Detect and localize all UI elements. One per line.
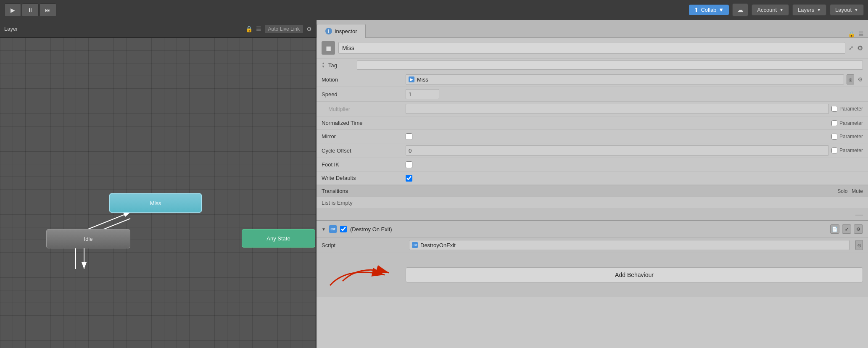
normalized-time-param-checkbox[interactable]	[831, 120, 837, 126]
minus-button[interactable]: —	[855, 211, 863, 218]
inspector-tab[interactable]: i Inspector	[317, 24, 366, 38]
add-behaviour-button[interactable]: Add Behaviour	[406, 267, 863, 282]
inspector-info-icon: i	[325, 28, 332, 34]
panel-title: Layer	[4, 26, 18, 32]
speed-value-container	[406, 89, 863, 99]
play-controls: ▶ ⏸ ⏭	[4, 3, 56, 17]
collab-arrow-icon: ▼	[718, 7, 724, 13]
foot-ik-value-container	[406, 161, 863, 168]
connection-lines	[0, 38, 316, 348]
layers-button[interactable]: Layers ▼	[792, 4, 826, 16]
write-defaults-label: Write Defaults	[322, 175, 406, 181]
tag-arrows-icon: ▲ ▼	[322, 62, 325, 69]
pause-button[interactable]: ⏸	[22, 3, 39, 17]
destroy-enabled-checkbox[interactable]	[340, 226, 347, 232]
write-defaults-value-container	[406, 175, 863, 182]
auto-live-link[interactable]: Auto Live Link	[265, 25, 303, 33]
settings-gear-icon[interactable]: ⚙	[857, 44, 863, 52]
script-name-text: DestroyOnExit	[420, 242, 456, 248]
tag-input[interactable]	[357, 61, 863, 70]
inspector-lock-icon[interactable]: 🔒	[848, 31, 855, 37]
script-cs-icon: C#	[412, 242, 418, 248]
mirror-checkbox[interactable]	[406, 133, 412, 140]
write-defaults-checkbox[interactable]	[406, 175, 412, 182]
collab-label: Collab	[701, 7, 716, 13]
destroy-doc-button[interactable]: 📄	[830, 224, 839, 234]
account-button[interactable]: Account ▼	[752, 4, 789, 16]
destroy-gear-button[interactable]: ⚙	[854, 224, 863, 234]
multiplier-dropdown[interactable]	[406, 104, 829, 114]
cycle-offset-input[interactable]	[406, 145, 829, 156]
collab-button[interactable]: ⬆ Collab ▼	[689, 5, 729, 15]
state-name-input[interactable]	[338, 42, 845, 54]
inspector-header-row: ◼ ⤢ ⚙	[317, 38, 868, 58]
csharp-icon: C#	[329, 225, 337, 233]
foot-ik-label: Foot IK	[322, 161, 406, 168]
state-miss-label: Miss	[150, 200, 161, 206]
state-node-any[interactable]: Any State	[242, 229, 315, 248]
list-empty-row: List is Empty	[317, 197, 868, 209]
state-idle-label: Idle	[84, 236, 93, 242]
destroy-resize-button[interactable]: ⤢	[842, 224, 851, 234]
animator-canvas[interactable]: Miss Idle Any State	[0, 38, 316, 348]
tag-row: ▲ ▼ Tag	[317, 58, 868, 72]
add-behaviour-label: Add Behaviour	[615, 272, 654, 278]
script-label: Script	[322, 242, 406, 248]
mirror-param-checkbox[interactable]	[831, 134, 837, 140]
panel-settings-icon[interactable]: ⚙	[306, 26, 312, 32]
speed-input[interactable]	[406, 89, 439, 99]
inspector-panel: i Inspector 🔒 ☰ ◼ ⤢ ⚙ ▲	[317, 20, 868, 348]
add-behaviour-container: Add Behaviour	[317, 253, 868, 297]
write-defaults-row: Write Defaults	[317, 171, 868, 185]
mute-label: Mute	[852, 188, 863, 194]
play-button[interactable]: ▶	[4, 3, 21, 17]
motion-label: Motion	[322, 76, 406, 83]
motion-value-text: Miss	[417, 76, 428, 83]
toolbar-right: ⬆ Collab ▼ ☁ Account ▼ Layers ▼ Layout ▼	[689, 3, 864, 16]
inspector-tab-label: Inspector	[335, 28, 357, 34]
multiplier-param-checkbox[interactable]	[831, 106, 837, 112]
motion-settings-icon[interactable]: ⚙	[857, 76, 863, 83]
state-icon-box: ◼	[322, 41, 335, 55]
toolbar: ▶ ⏸ ⏭ ⬆ Collab ▼ ☁ Account ▼ Layers ▼ La…	[0, 0, 868, 20]
svg-line-1	[88, 212, 130, 229]
multiplier-value-container: Parameter	[406, 104, 863, 114]
layers-arrow-icon: ▼	[817, 8, 821, 12]
layout-label: Layout	[835, 7, 852, 13]
script-value[interactable]: C# DestroyOnExit	[409, 240, 850, 250]
layout-button[interactable]: Layout ▼	[830, 4, 864, 16]
layout-arrow-icon: ▼	[854, 8, 858, 12]
solo-mute-labels: Solo Mute	[837, 188, 863, 194]
destroy-on-exit-section: ▼ C# (Destroy On Exit) 📄 ⤢ ⚙ Script C#	[317, 220, 868, 297]
resize-icon[interactable]: ⤢	[849, 45, 854, 51]
state-node-miss[interactable]: Miss	[109, 193, 202, 213]
step-button[interactable]: ⏭	[40, 3, 56, 17]
motion-pick-button[interactable]: ◎	[847, 74, 854, 84]
motion-row: Motion ▶ Miss ◎ ⚙	[317, 72, 868, 87]
solo-label: Solo	[837, 188, 847, 194]
motion-input[interactable]: ▶ Miss	[406, 74, 844, 84]
layers-label: Layers	[798, 7, 814, 13]
mirror-param-label: Parameter	[839, 134, 863, 140]
cloud-button[interactable]: ☁	[732, 3, 748, 16]
foot-ik-checkbox[interactable]	[406, 161, 412, 168]
cycle-offset-row: Cycle Offset Parameter	[317, 143, 868, 158]
normalized-time-row: Normalized Time Parameter	[317, 116, 868, 130]
normalized-time-param-label: Parameter	[839, 120, 863, 126]
foot-ik-row: Foot IK	[317, 158, 868, 171]
inspector-menu-icon[interactable]: ☰	[858, 31, 864, 37]
list-empty-text: List is Empty	[322, 200, 353, 206]
script-pick-button[interactable]: ◎	[855, 240, 863, 250]
mirror-row: Mirror Parameter	[317, 130, 868, 143]
state-node-idle[interactable]: Idle	[46, 229, 130, 248]
arrow-annotation-svg	[322, 258, 397, 292]
cycle-offset-param-checkbox[interactable]	[831, 148, 837, 153]
destroy-collapse-arrow[interactable]: ▼	[322, 227, 326, 232]
multiplier-param: Parameter	[831, 106, 863, 112]
multiplier-label: Multiplier	[322, 106, 406, 112]
motion-animation-icon: ▶	[409, 76, 414, 82]
menu-icon[interactable]: ☰	[256, 26, 261, 32]
cycle-offset-label: Cycle Offset	[322, 148, 406, 154]
lock-icon[interactable]: 🔒	[245, 26, 253, 32]
state-any-label: Any State	[266, 235, 290, 242]
